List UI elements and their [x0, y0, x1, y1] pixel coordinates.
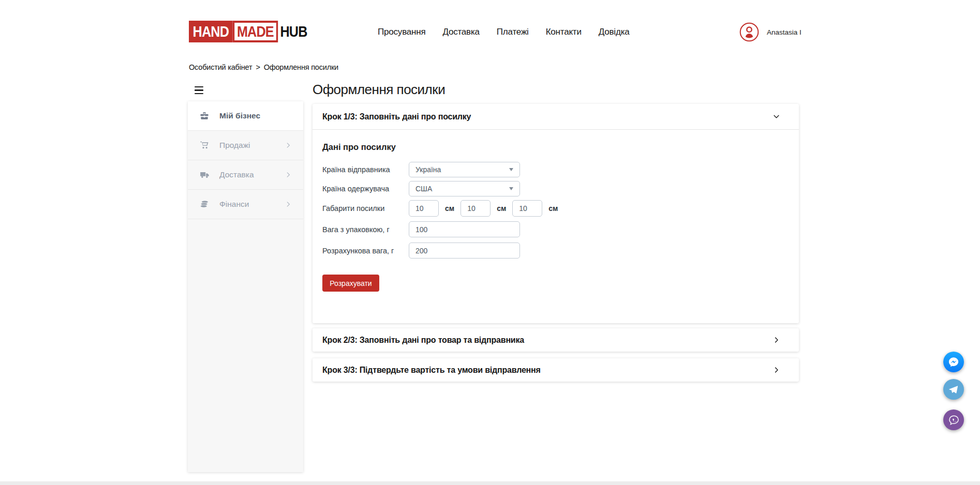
- width-input[interactable]: [461, 200, 491, 217]
- step-3-panel: Крок 3/3: Підтвердьте вартість та умови …: [313, 358, 799, 382]
- step-1-panel: Крок 1/3: Заповніть дані про посилку Дан…: [313, 104, 799, 323]
- chevron-down-icon: [773, 113, 780, 120]
- nav-item-promotion[interactable]: Просування: [378, 27, 425, 37]
- breadcrumb-item-cabinet[interactable]: Особистий кабінет: [189, 63, 252, 71]
- logo-made: MADE: [233, 21, 278, 42]
- chevron-right-icon: [285, 171, 292, 178]
- unit-cm: см: [548, 204, 558, 213]
- menu-toggle-icon[interactable]: [195, 86, 204, 94]
- viber-button[interactable]: [943, 410, 964, 430]
- calculate-button[interactable]: Розрахувати: [322, 275, 379, 292]
- recipient-country-value: США: [415, 185, 432, 193]
- breadcrumb-separator: >: [256, 63, 260, 71]
- logo-hand: HAND: [189, 21, 233, 42]
- messenger-icon: [947, 355, 960, 369]
- packed-weight-input[interactable]: [409, 221, 520, 237]
- step-1-body: Дані про посилку Країна відправника Укра…: [313, 130, 799, 323]
- page: HAND MADE HUB Просування Доставка Платеж…: [0, 0, 980, 485]
- nav-item-payments[interactable]: Платежі: [497, 27, 529, 37]
- logo[interactable]: HAND MADE HUB: [189, 21, 307, 42]
- briefcase-icon: [199, 111, 211, 121]
- page-title: Оформлення посилки: [313, 82, 799, 98]
- user-menu[interactable]: Anastasia I: [739, 22, 801, 42]
- sidebar-item-label: Фінанси: [219, 200, 249, 209]
- sidebar-item-label: Мій бізнес: [219, 111, 260, 120]
- user-avatar-icon: [739, 22, 760, 42]
- dimensions-label: Габарити посилки: [322, 204, 409, 213]
- cart-icon: [199, 140, 211, 150]
- step-2-panel: Крок 2/3: Заповніть дані про товар та ві…: [313, 328, 799, 352]
- dimensions-row: Габарити посилки см см см: [322, 200, 789, 217]
- length-input[interactable]: [409, 200, 439, 217]
- sidebar-item-finance[interactable]: Фінанси: [188, 190, 303, 219]
- chevron-right-icon: [773, 336, 780, 344]
- caret-down-icon: [509, 187, 513, 190]
- caret-down-icon: [509, 168, 513, 171]
- recipient-country-label: Країна одержувача: [322, 185, 409, 193]
- truck-icon: [199, 170, 211, 180]
- telegram-button[interactable]: [943, 379, 964, 400]
- unit-cm: см: [497, 204, 506, 213]
- footer-strip: [0, 481, 980, 485]
- coins-icon: [199, 199, 211, 209]
- sidebar-item-sales[interactable]: Продажі: [188, 131, 303, 160]
- calculated-weight-label: Розрахункова вага, г: [322, 247, 409, 255]
- top-nav: Просування Доставка Платежі Контакти Дов…: [378, 27, 630, 37]
- chevron-right-icon: [285, 201, 292, 208]
- step-1-header[interactable]: Крок 1/3: Заповніть дані про посилку: [313, 104, 799, 130]
- sender-country-select[interactable]: Україна: [409, 162, 520, 177]
- packed-weight-label: Вага з упаковкою, г: [322, 225, 409, 234]
- sidebar-item-my-business[interactable]: Мій бізнес: [188, 101, 303, 131]
- step-2-label: Крок 2/3: Заповніть дані про товар та ві…: [322, 336, 524, 345]
- messenger-button[interactable]: [943, 352, 964, 372]
- step-1-label: Крок 1/3: Заповніть дані про посилку: [322, 112, 471, 122]
- sidebar-item-label: Доставка: [219, 170, 254, 179]
- telegram-icon: [947, 383, 960, 396]
- step-2-header[interactable]: Крок 2/3: Заповніть дані про товар та ві…: [313, 328, 799, 352]
- breadcrumb-item-current: Оформлення посилки: [264, 63, 338, 71]
- social-buttons: [943, 352, 964, 430]
- recipient-country-select[interactable]: США: [409, 181, 520, 196]
- nav-item-help[interactable]: Довідка: [599, 27, 630, 37]
- sender-country-label: Країна відправника: [322, 165, 409, 174]
- height-input[interactable]: [512, 200, 542, 217]
- nav-item-contacts[interactable]: Контакти: [546, 27, 582, 37]
- step-3-header[interactable]: Крок 3/3: Підтвердьте вартість та умови …: [313, 358, 799, 382]
- unit-cm: см: [445, 204, 454, 213]
- breadcrumb: Особистий кабінет > Оформлення посилки: [189, 63, 338, 71]
- step-3-label: Крок 3/3: Підтвердьте вартість та умови …: [322, 366, 541, 375]
- recipient-country-row: Країна одержувача США: [322, 181, 789, 196]
- sidebar-item-label: Продажі: [219, 141, 250, 150]
- packed-weight-row: Вага з упаковкою, г: [322, 221, 789, 237]
- viber-icon: [947, 413, 961, 427]
- main-content: Оформлення посилки Крок 1/3: Заповніть д…: [313, 82, 799, 382]
- sidebar: Мій бізнес Продажі Доставка: [188, 101, 303, 472]
- user-name: Anastasia I: [767, 28, 801, 36]
- form-section-title: Дані про посилку: [322, 142, 789, 152]
- nav-item-delivery[interactable]: Доставка: [442, 27, 479, 37]
- chevron-right-icon: [773, 366, 780, 374]
- calculated-weight-input[interactable]: [409, 242, 520, 259]
- logo-hub: HUB: [278, 21, 307, 42]
- sender-country-value: Україна: [415, 165, 441, 174]
- chevron-right-icon: [285, 142, 292, 149]
- sidebar-item-delivery[interactable]: Доставка: [188, 160, 303, 190]
- sender-country-row: Країна відправника Україна: [322, 162, 789, 177]
- calculated-weight-row: Розрахункова вага, г: [322, 242, 789, 259]
